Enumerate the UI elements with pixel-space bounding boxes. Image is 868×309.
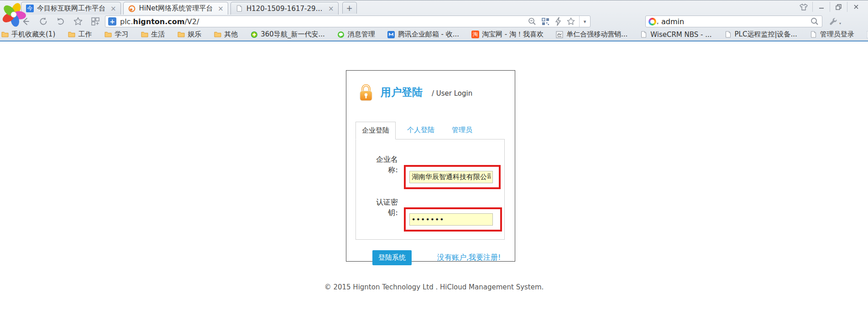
- bookmark-item[interactable]: 工作: [68, 30, 92, 39]
- bookmark-item[interactable]: 单仁合强移动营销...: [556, 30, 627, 39]
- folder-icon: [214, 31, 221, 38]
- tab-close-icon[interactable]: ×: [328, 5, 334, 13]
- page-icon: [640, 31, 648, 38]
- login-tabs: 企业登陆 个人登陆 管理员: [356, 122, 515, 139]
- search-engine-logo-icon[interactable]: [648, 18, 656, 26]
- bookmark-item[interactable]: 消息管理: [337, 30, 375, 39]
- tab-title: H120-1509-1617-2932-77: [246, 5, 323, 13]
- search-submit-icon[interactable]: [810, 17, 819, 26]
- bookmark-label: 工作: [78, 30, 92, 39]
- new-tab-button[interactable]: +: [342, 2, 357, 14]
- page-content: 用户登陆 / User Login 企业登陆 个人登陆 管理员 企业名称: 认证…: [0, 41, 868, 309]
- padlock-icon: [358, 82, 374, 102]
- url-prefix: plc.: [120, 17, 133, 26]
- bookmark-item[interactable]: PLC远程监控|设备...: [724, 30, 797, 39]
- register-link[interactable]: 没有账户,我要注册!: [437, 253, 501, 263]
- zoom-icon[interactable]: [528, 17, 537, 26]
- bookmark-item[interactable]: 其他: [214, 30, 238, 39]
- undo-icon[interactable]: [55, 15, 67, 27]
- bookmark-label: 360导航_新一代安...: [261, 30, 324, 39]
- tab-title: 今目标互联网工作平台: [37, 4, 105, 13]
- tools-menu[interactable]: ▾: [829, 17, 841, 26]
- refresh-icon[interactable]: [37, 15, 49, 27]
- window-controls: [795, 2, 864, 12]
- auth-key-label: 认证密钥:: [372, 197, 398, 232]
- bookmark-star-icon[interactable]: [566, 17, 575, 26]
- speed-bolt-icon[interactable]: [554, 17, 562, 26]
- tab-personal-login[interactable]: 个人登陆: [401, 122, 440, 139]
- search-box[interactable]: ▾: [645, 15, 822, 27]
- bookmark-item[interactable]: 360导航_新一代安...: [250, 30, 324, 39]
- tab-close-icon[interactable]: ×: [218, 5, 224, 13]
- tab-h120[interactable]: H120-1509-1617-2932-77 ×: [230, 2, 339, 15]
- bookmarks-bar: 手机收藏夹(1) 工作 学习 生活 娱乐 其他 360导航_新一代安... 消息…: [0, 28, 868, 41]
- taobao-icon: 淘: [471, 31, 479, 38]
- folder-icon: [104, 31, 112, 38]
- browser-logo-icon[interactable]: [1, 2, 26, 27]
- bookmark-item[interactable]: 手机收藏夹(1): [1, 30, 55, 39]
- bookmark-item[interactable]: 淘 淘宝网 - 淘！我喜欢: [471, 30, 544, 39]
- folder-icon: [141, 31, 148, 38]
- bookmark-item[interactable]: 管理员登录: [810, 30, 854, 39]
- company-name-row: 企业名称:: [356, 152, 504, 189]
- tab-hinet-active[interactable]: HiNet网络系统管理平台 ×: [123, 2, 228, 15]
- bookmark-label: 其他: [224, 30, 238, 39]
- url-text[interactable]: plc.hignton.com/V2/: [120, 17, 524, 26]
- screenshot-grid-icon[interactable]: [89, 15, 101, 27]
- tab-jinmubiao[interactable]: 今 今目标互联网工作平台 ×: [21, 2, 121, 15]
- company-name-label: 企业名称:: [372, 154, 398, 189]
- bookmark-label: 单仁合强移动营销...: [566, 30, 627, 39]
- restore-button[interactable]: [830, 2, 847, 12]
- bookmark-label: 腾讯企业邮箱 - 收...: [398, 30, 459, 39]
- close-window-button[interactable]: [847, 2, 864, 12]
- bookmark-label: WiseCRM NBS - ...: [650, 31, 711, 39]
- bookmark-item[interactable]: 娱乐: [177, 30, 201, 39]
- bookmark-item[interactable]: 学习: [104, 30, 128, 39]
- company-name-input[interactable]: [409, 171, 493, 183]
- bookmark-label: 淘宝网 - 淘！我喜欢: [482, 30, 544, 39]
- page-icon: [724, 31, 732, 38]
- login-button[interactable]: 登陆系统: [372, 250, 412, 265]
- page-icon: [810, 31, 817, 38]
- login-subtitle: / User Login: [432, 89, 472, 98]
- bookmark-label: 管理员登录: [820, 30, 854, 39]
- search-engine-caret-icon[interactable]: ▾: [657, 21, 659, 26]
- favorite-star-icon[interactable]: [72, 15, 84, 27]
- auth-key-row: 认证密钥:: [356, 195, 504, 232]
- search-input[interactable]: [661, 17, 810, 26]
- bookmark-label: 娱乐: [188, 30, 201, 39]
- bookmark-item[interactable]: WiseCRM NBS - ...: [640, 31, 711, 39]
- login-title: 用户登陆: [381, 85, 423, 99]
- tab-close-icon[interactable]: ×: [110, 5, 116, 13]
- bookmark-label: 消息管理: [348, 30, 375, 39]
- jin-favicon-icon: 今: [26, 5, 34, 12]
- bookmark-label: 手机收藏夹(1): [11, 30, 55, 39]
- copyright-footer: © 2015 Hignton Technology Ltd . HiCloud …: [0, 283, 868, 291]
- navigation-bar: + plc.hignton.com/V2/: [0, 15, 868, 28]
- tab-admin-login[interactable]: 管理员: [446, 122, 478, 139]
- bookmark-item[interactable]: 生活: [141, 30, 165, 39]
- bookmark-label: 学习: [115, 30, 128, 39]
- red-highlight-box: [404, 207, 502, 232]
- folder-icon: [68, 31, 75, 38]
- page-favicon-icon: [235, 5, 243, 12]
- bookmark-label: 生活: [151, 30, 165, 39]
- nav360-icon: [250, 31, 258, 38]
- address-bar[interactable]: + plc.hignton.com/V2/: [105, 15, 591, 27]
- minimize-button[interactable]: [812, 2, 830, 12]
- url-host: hignton.com: [133, 17, 184, 26]
- tab-bar: 今 今目标互联网工作平台 × HiNet网络系统管理平台 ×: [0, 0, 868, 15]
- url-dropdown-icon[interactable]: ▾: [579, 16, 590, 27]
- mail-icon: [387, 31, 395, 38]
- bookmark-item[interactable]: 腾讯企业邮箱 - 收...: [387, 30, 459, 39]
- site-shield-icon[interactable]: +: [108, 17, 116, 26]
- stamp-icon: [556, 31, 564, 38]
- chat-icon: [337, 31, 345, 38]
- hinet-favicon-icon: [128, 5, 136, 12]
- tab-enterprise-login[interactable]: 企业登陆: [356, 122, 396, 139]
- red-highlight-box: [404, 165, 501, 189]
- auth-key-input[interactable]: [409, 213, 493, 226]
- skin-icon[interactable]: [795, 2, 812, 12]
- qr-code-icon[interactable]: [541, 17, 550, 26]
- url-path: /V2/: [184, 17, 199, 26]
